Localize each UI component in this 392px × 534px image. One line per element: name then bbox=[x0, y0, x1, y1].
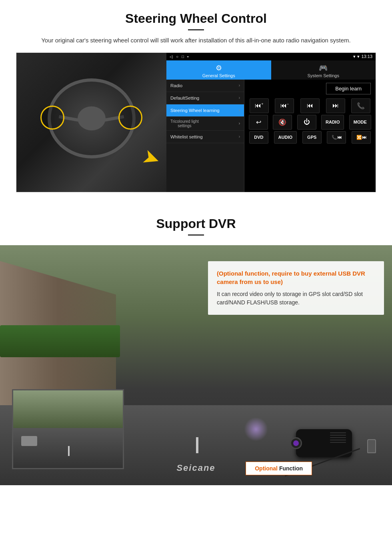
ctrl-mute[interactable]: 🔇 bbox=[273, 115, 292, 130]
controls-row-2: ↩ 🔇 ⏻ RADIO MODE bbox=[244, 114, 376, 130]
camera-body bbox=[296, 429, 352, 457]
ctrl-gps[interactable]: GPS bbox=[302, 131, 322, 144]
steering-section: Steering Wheel Control Your original car… bbox=[0, 0, 392, 200]
begin-learn-button[interactable]: Begin learn bbox=[326, 83, 371, 94]
system-settings-icon: 🎮 bbox=[273, 64, 374, 72]
hedge-decoration bbox=[0, 325, 120, 357]
seicane-watermark: Seicane bbox=[176, 463, 215, 473]
status-left: ◁ ○ □ ▪ bbox=[170, 54, 189, 59]
ctrl-radio[interactable]: RADIO bbox=[321, 115, 344, 130]
menu-controls-area: Radio › DefaultSetting › Steering Wheel … bbox=[166, 80, 376, 192]
controls-row-1: ⏮+ ⏮− ⏮ ⏭ 📞 bbox=[244, 98, 376, 114]
signal-icon: ▾ bbox=[353, 54, 356, 59]
tab-general-label: General Settings bbox=[202, 73, 235, 78]
page-title: Steering Wheel Control bbox=[16, 11, 376, 26]
status-right: ▾ ▾ 13:13 bbox=[353, 54, 372, 59]
chevron-icon-2: › bbox=[239, 96, 240, 100]
back-icon[interactable]: ◁ bbox=[170, 54, 173, 59]
ctrl-shuffle-next[interactable]: 🔀⏭ bbox=[352, 131, 371, 144]
tab-system-settings[interactable]: 🎮 System Settings bbox=[271, 60, 376, 80]
status-time: 13:13 bbox=[361, 54, 372, 59]
title-divider bbox=[188, 29, 204, 30]
dvr-description: It can record video only to storage in G… bbox=[217, 290, 375, 307]
usb-connector bbox=[367, 439, 376, 453]
ctrl-mode[interactable]: MODE bbox=[349, 115, 371, 130]
chevron-icon-4: › bbox=[239, 121, 240, 126]
yellow-arrow bbox=[124, 142, 160, 170]
general-settings-icon: ⚙ bbox=[168, 64, 270, 72]
lane-marking bbox=[196, 437, 198, 453]
android-ui-panel: ◁ ○ □ ▪ ▾ ▾ 13:13 ⚙ General Settings bbox=[166, 53, 376, 192]
dvr-inset-car bbox=[21, 436, 37, 446]
ctrl-phone[interactable]: 📞 bbox=[351, 98, 370, 113]
chevron-icon-3: › bbox=[239, 108, 240, 112]
function-label: Function bbox=[279, 465, 303, 472]
steering-circle-right-highlight bbox=[118, 106, 142, 130]
dvr-title-area: Support DVR bbox=[0, 208, 392, 245]
ctrl-audio[interactable]: AUDIO bbox=[274, 131, 297, 144]
tab-general-settings[interactable]: ⚙ General Settings bbox=[166, 60, 271, 80]
controls-row-3: DVD AUDIO GPS 📞⏮ 🔀⏭ bbox=[244, 130, 376, 144]
menu-icon[interactable]: ▪ bbox=[187, 54, 189, 59]
ctrl-phone-prev[interactable]: 📞⏮ bbox=[327, 131, 346, 144]
menu-radio-label: Radio bbox=[170, 83, 182, 88]
menu-item-steering-learning[interactable]: Steering Wheel learning › bbox=[166, 104, 244, 117]
settings-tabs: ⚙ General Settings 🎮 System Settings bbox=[166, 60, 376, 80]
ctrl-volume-down[interactable]: ⏮− bbox=[275, 98, 294, 113]
steering-content-area: ◁ ○ □ ▪ ▾ ▾ 13:13 ⚙ General Settings bbox=[16, 52, 376, 192]
ctrl-next-track[interactable]: ⏭ bbox=[326, 98, 345, 113]
dvr-info-card: (Optional function, require to buy exter… bbox=[208, 261, 384, 315]
ctrl-prev-track[interactable]: ⏮ bbox=[300, 98, 320, 113]
dvr-section: Support DVR (Optional function, require … bbox=[0, 208, 392, 485]
optional-label: Optional bbox=[255, 465, 278, 472]
dvr-title-divider bbox=[188, 234, 204, 236]
settings-menu-list: Radio › DefaultSetting › Steering Wheel … bbox=[166, 80, 244, 192]
camera-flare bbox=[244, 417, 268, 441]
steering-circle-left-highlight bbox=[40, 106, 64, 130]
ctrl-dvd[interactable]: DVD bbox=[249, 131, 268, 144]
dvr-inset-screenshot bbox=[12, 389, 124, 469]
menu-whitelist-label: Whitelist setting bbox=[170, 134, 203, 139]
android-status-bar: ◁ ○ □ ▪ ▾ ▾ 13:13 bbox=[166, 53, 376, 60]
dvr-background: (Optional function, require to buy exter… bbox=[0, 245, 392, 485]
dvr-camera-image bbox=[232, 393, 384, 473]
dvr-inset-lane-mark bbox=[68, 446, 70, 456]
dvr-title: Support DVR bbox=[0, 216, 392, 231]
menu-tricoloured-label: Tricoloured lightsettings bbox=[170, 119, 199, 128]
menu-item-radio[interactable]: Radio › bbox=[166, 80, 244, 92]
camera-vents bbox=[330, 432, 346, 443]
menu-item-default-setting[interactable]: DefaultSetting › bbox=[166, 92, 244, 104]
wifi-icon: ▾ bbox=[357, 54, 360, 59]
dvr-optional-text: (Optional function, require to buy exter… bbox=[217, 269, 375, 286]
menu-default-label: DefaultSetting bbox=[170, 96, 199, 100]
recent-icon[interactable]: □ bbox=[182, 54, 184, 59]
ctrl-volume-up[interactable]: ⏮+ bbox=[250, 98, 269, 113]
steering-wheel-center bbox=[78, 106, 106, 130]
home-icon[interactable]: ○ bbox=[176, 54, 178, 59]
ctrl-hang-up[interactable]: ↩ bbox=[249, 115, 268, 130]
ctrl-power[interactable]: ⏻ bbox=[297, 115, 316, 130]
steering-description: Your original car's steering wheel contr… bbox=[32, 36, 360, 45]
camera-lens bbox=[290, 437, 302, 449]
optional-function-button[interactable]: Optional Function bbox=[246, 462, 312, 475]
menu-item-whitelist[interactable]: Whitelist setting › bbox=[166, 131, 244, 143]
chevron-icon: › bbox=[239, 83, 240, 88]
control-panel: Begin learn ⏮+ ⏮− ⏮ ⏭ 📞 ↩ 🔇 ⏻ RADIO bbox=[244, 80, 376, 192]
tab-system-label: System Settings bbox=[308, 73, 339, 78]
begin-learn-row: Begin learn bbox=[244, 80, 376, 98]
menu-item-tricoloured[interactable]: Tricoloured lightsettings › bbox=[166, 117, 244, 131]
menu-steering-label: Steering Wheel learning bbox=[170, 108, 220, 113]
steering-wheel-photo bbox=[16, 53, 166, 192]
chevron-icon-5: › bbox=[239, 134, 240, 139]
